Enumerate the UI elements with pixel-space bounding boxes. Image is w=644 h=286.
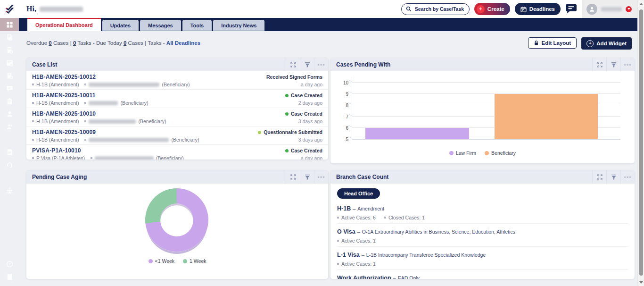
filter-icon[interactable] <box>300 58 314 71</box>
teams-icon <box>6 187 13 194</box>
legend-dot-icon <box>183 259 187 263</box>
add-widget-button[interactable]: + Add Widget <box>581 37 632 50</box>
redacted-user-name <box>40 7 83 12</box>
expand-widget-icon[interactable] <box>592 58 606 71</box>
bullet-icon <box>337 240 339 242</box>
sidebar-item-questionnaire[interactable] <box>0 95 19 108</box>
status-dot-icon <box>285 149 289 152</box>
case-id-link[interactable]: PVISA-P1A-10010 <box>32 147 81 154</box>
tab-industry-news[interactable]: Industry News <box>213 20 264 31</box>
gear-icon <box>6 212 13 219</box>
chevron-down-icon[interactable] <box>626 6 632 12</box>
case-type: H-1B (Amendment) <box>32 100 79 106</box>
case-time: a day ago <box>301 155 322 160</box>
global-search[interactable] <box>401 3 470 15</box>
sidebar-item-knowledge[interactable] <box>0 171 19 184</box>
summary-text: Tasks - Due Today <box>76 40 124 46</box>
bullet-icon <box>84 120 86 122</box>
case-row: H1B-AMEN-2025-10010Case CreatedH-1B (Ame… <box>26 108 328 126</box>
case-status: Case Created <box>285 148 322 153</box>
user-menu[interactable] <box>582 0 637 18</box>
chat-button[interactable] <box>565 4 577 15</box>
more-options-icon[interactable]: ••• <box>620 58 635 71</box>
create-button[interactable]: + Create <box>474 3 510 15</box>
tab-messages[interactable]: Messages <box>140 20 181 31</box>
legend-item[interactable]: Law Firm <box>449 150 476 156</box>
sidebar-item-petitioner[interactable] <box>0 120 19 133</box>
case-stat: Closed Cases: 1 <box>384 215 425 220</box>
chart-legend: <1 Week1 Week <box>26 258 328 264</box>
case-review-icon <box>6 47 13 54</box>
svg-text:?: ? <box>8 262 11 266</box>
tab-updates[interactable]: Updates <box>102 20 139 31</box>
expand-widget-icon[interactable] <box>286 58 300 71</box>
scroll-down-arrow[interactable] <box>639 281 643 284</box>
branch-badge[interactable]: Head Office <box>337 188 380 199</box>
case-id-link[interactable]: H1B-AMEN-2025-10010 <box>32 110 96 117</box>
sidebar-item-dashboard[interactable] <box>0 18 19 31</box>
case-id-link[interactable]: H1B-AMEN-2025-10011 <box>32 92 96 99</box>
filter-icon[interactable] <box>606 58 620 71</box>
case-id-link[interactable]: H1B-AMEN-2025-10012 <box>32 74 96 80</box>
bullet-icon <box>337 263 339 265</box>
case-type-link[interactable]: H-1B <box>337 205 351 212</box>
widget-title: Pending Case Aging <box>32 174 87 180</box>
sidebar-item-case-review[interactable] <box>0 44 19 57</box>
sidebar-item-support[interactable] <box>0 159 19 171</box>
status-dot-icon <box>258 131 261 134</box>
bullet-icon <box>337 217 339 219</box>
sidebar-item-tasks[interactable] <box>0 57 19 69</box>
donut-chart <box>145 188 208 252</box>
case-type-link[interactable]: Work Authorization <box>337 275 391 279</box>
sidebar-item-teams[interactable] <box>0 184 19 197</box>
sidebar-item-beneficiary[interactable] <box>0 108 19 120</box>
scroll-up-arrow[interactable] <box>639 3 643 5</box>
summary-text: Cases | <box>52 40 73 46</box>
summary-text: Cases | Tasks - <box>126 40 166 46</box>
edit-layout-button[interactable]: Edit Layout <box>528 37 577 49</box>
legend-item[interactable]: <1 Week <box>149 258 175 264</box>
app-logo[interactable] <box>0 0 19 18</box>
case-type-link[interactable]: L-1 Visa <box>337 252 360 258</box>
status-dot-icon <box>285 94 289 97</box>
redacted-user-name <box>601 7 622 11</box>
sidebar-item-settings[interactable] <box>0 210 19 222</box>
case-id-link[interactable]: H1B-AMEN-2025-10009 <box>32 129 96 135</box>
scrollbar-thumb[interactable] <box>639 9 643 276</box>
sidebar-item-help[interactable]: ? <box>0 258 19 270</box>
filter-icon[interactable] <box>606 170 620 184</box>
sidebar-item-cases[interactable] <box>0 31 19 44</box>
folder-icon <box>6 136 13 143</box>
expand-widget-icon[interactable] <box>592 170 606 184</box>
case-time: a day ago <box>301 82 322 87</box>
case-subtype: L-1B Intracompany Transferee Specialized… <box>366 252 486 258</box>
case-status: Questionnaire Submitted <box>258 129 322 135</box>
widget-header: Case List ••• <box>26 58 328 71</box>
page-scrollbar[interactable] <box>637 0 644 286</box>
sidebar-item-documents[interactable] <box>0 133 19 146</box>
widget-pending-case-aging: Pending Case Aging ••• <1 Week1 Week <box>26 170 329 279</box>
more-options-icon[interactable]: ••• <box>314 58 328 71</box>
expand-widget-icon[interactable] <box>286 170 300 184</box>
legend-dot-icon <box>485 151 489 155</box>
legend-item[interactable]: 1 Week <box>183 258 206 264</box>
more-options-icon[interactable]: ••• <box>314 170 328 184</box>
deadlines-button[interactable]: Deadlines <box>515 3 561 15</box>
case-type-link[interactable]: O Visa <box>337 228 355 235</box>
sidebar-item-resources[interactable] <box>0 270 19 283</box>
chart-legend: Law FirmBeneficiary <box>330 150 635 156</box>
filter-icon[interactable] <box>300 170 314 184</box>
sidebar-item-calendar[interactable] <box>0 197 19 210</box>
more-options-icon[interactable]: ••• <box>620 170 635 184</box>
tab-operational-dashboard[interactable]: Operational Dashboard <box>27 18 101 31</box>
sidebar-item-messages[interactable] <box>0 82 19 95</box>
case-type: H-1B (Amendment) <box>32 118 79 124</box>
sidebar-item-notes[interactable] <box>0 146 19 159</box>
dash: – <box>357 229 360 235</box>
sidebar-item-case-status[interactable] <box>0 69 19 82</box>
legend-item[interactable]: Beneficiary <box>485 150 516 156</box>
case-stat: Active Cases: 6 <box>337 215 376 220</box>
all-deadlines-link[interactable]: All Deadlines <box>166 40 200 46</box>
tab-tools[interactable]: Tools <box>182 20 212 31</box>
search-input[interactable] <box>414 6 465 12</box>
